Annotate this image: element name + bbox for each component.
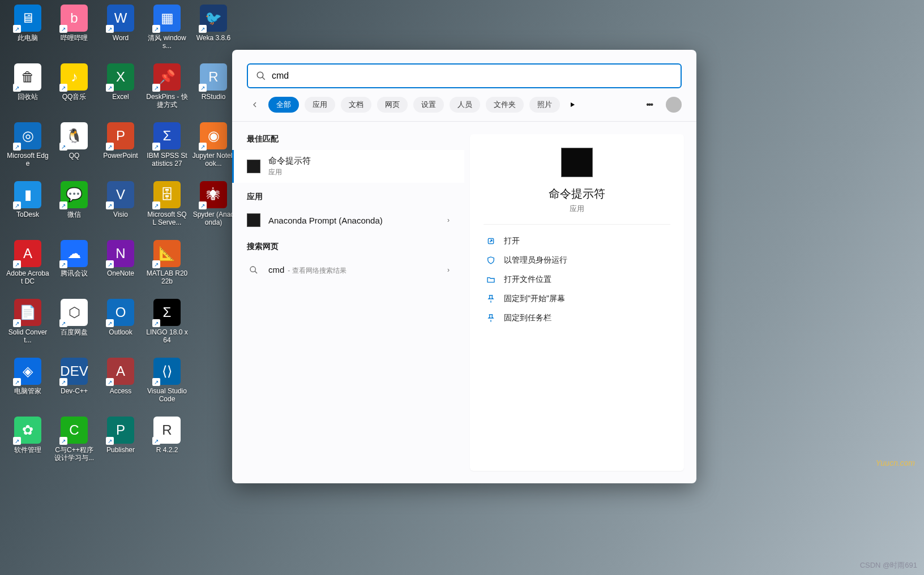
desktop-icon[interactable]: 🖥此电脑 xyxy=(5,5,51,61)
desktop-icon[interactable]: ▦清风 windows... xyxy=(144,5,190,61)
app-icon: Σ xyxy=(153,122,181,149)
action-folder[interactable]: 打开文件位置 xyxy=(484,270,670,289)
app-icon: b xyxy=(61,5,88,32)
desktop-icon[interactable]: ▮ToDesk xyxy=(5,181,51,238)
desktop-icon[interactable]: ⬡百度网盘 xyxy=(51,299,97,355)
action-label: 固定到任务栏 xyxy=(504,313,551,323)
action-open[interactable]: 打开 xyxy=(484,231,670,251)
desktop-icon[interactable]: ✿软件管理 xyxy=(5,417,51,473)
icon-label: OneNote xyxy=(99,269,142,277)
tab-文件夹[interactable]: 文件夹 xyxy=(486,97,524,113)
action-label: 打开文件位置 xyxy=(504,274,551,285)
app-icon: ⬡ xyxy=(61,299,88,326)
app-icon: ◉ xyxy=(200,122,227,149)
search-body: 最佳匹配 命令提示符 应用 应用 Anaconda Prompt (Anacon… xyxy=(232,122,696,483)
desktop-icon[interactable]: RR 4.2.2 xyxy=(144,417,190,473)
desktop-icon[interactable]: WWord xyxy=(97,5,144,61)
desktop-icon[interactable]: 🐧QQ xyxy=(51,122,97,179)
account-avatar[interactable] xyxy=(666,97,682,113)
app-icon: 📄 xyxy=(14,299,41,326)
app-icon: DEV xyxy=(61,358,88,385)
tab-网页[interactable]: 网页 xyxy=(377,97,408,113)
desktop-icon[interactable]: ΣLINGO 18.0 x64 xyxy=(144,299,190,355)
desktop-icon[interactable]: b哔哩哔哩 xyxy=(51,5,97,61)
options-button[interactable]: ••• xyxy=(643,96,656,113)
back-button[interactable] xyxy=(247,97,263,113)
desktop-icon[interactable]: 📐MATLAB R2022b xyxy=(144,240,190,297)
desktop-icon[interactable]: ◈电脑管家 xyxy=(5,358,51,414)
tab-人员[interactable]: 人员 xyxy=(450,97,480,113)
search-icon xyxy=(247,263,260,277)
icon-label: Spyder (Anaconda) xyxy=(192,211,235,226)
app-icon: V xyxy=(107,181,134,208)
icon-label: Jupyter Notebook... xyxy=(192,152,235,168)
icon-label: Word xyxy=(99,34,142,42)
desktop-icon[interactable]: 📄Solid Convert... xyxy=(5,299,51,355)
desktop-icon[interactable]: 📌DeskPins - 快捷方式 xyxy=(144,63,190,120)
icon-label: IBM SPSS Statistics 27 xyxy=(146,152,189,168)
result-app-anaconda[interactable]: Anaconda Prompt (Anaconda) › xyxy=(232,208,464,233)
tab-照片[interactable]: 照片 xyxy=(529,97,560,113)
desktop-icon[interactable]: VVisio xyxy=(97,181,144,238)
desktop-icon[interactable]: ☁腾讯会议 xyxy=(51,240,97,297)
app-icon: ♪ xyxy=(61,63,88,91)
icon-label: Excel xyxy=(99,93,142,101)
result-title: Anaconda Prompt (Anaconda) xyxy=(268,216,447,225)
desktop-icon[interactable]: RRStudio xyxy=(190,63,237,120)
preview-column: 命令提示符 应用 打开以管理员身份运行打开文件位置固定到"开始"屏幕固定到任务栏 xyxy=(464,122,696,483)
desktop-icon[interactable]: 🕷Spyder (Anaconda) xyxy=(190,181,237,238)
desktop-icon[interactable]: 🐦Weka 3.8.6 xyxy=(190,5,237,61)
desktop-icon[interactable]: ◎Microsoft Edge xyxy=(5,122,51,179)
search-bar[interactable] xyxy=(247,63,682,88)
tab-文档[interactable]: 文档 xyxy=(341,97,371,113)
icon-label: Microsoft Edge xyxy=(6,152,49,168)
action-pin[interactable]: 固定到任务栏 xyxy=(484,308,670,328)
app-icon: R xyxy=(200,63,227,91)
desktop-icon[interactable]: 🗄Microsoft SQL Serve... xyxy=(144,181,190,238)
desktop-icon[interactable]: CC与C++程序设计学习与... xyxy=(51,417,97,473)
search-panel: 全部应用文档网页设置人员文件夹照片 ••• 最佳匹配 命令提示符 应用 应用 A… xyxy=(232,50,696,483)
result-title: cmd- 查看网络搜索结果 xyxy=(268,265,447,276)
desktop-icon[interactable]: ◉Jupyter Notebook... xyxy=(190,122,237,179)
app-icon: R xyxy=(153,417,181,444)
desktop-icon[interactable]: ♪QQ音乐 xyxy=(51,63,97,120)
tab-设置[interactable]: 设置 xyxy=(413,97,444,113)
app-icon: Σ xyxy=(153,299,181,326)
desktop-icon[interactable]: 💬微信 xyxy=(51,181,97,238)
desktop-icon[interactable]: AAccess xyxy=(97,358,144,414)
app-icon: W xyxy=(107,5,134,32)
preview-title: 命令提示符 xyxy=(549,186,605,201)
section-best-match: 最佳匹配 xyxy=(232,132,464,150)
desktop-icon[interactable]: XExcel xyxy=(97,63,144,120)
desktop-icon[interactable]: 🗑回收站 xyxy=(5,63,51,120)
app-icon: C xyxy=(61,417,88,444)
desktop-icon[interactable]: NOneNote xyxy=(97,240,144,297)
desktop-icon[interactable]: ΣIBM SPSS Statistics 27 xyxy=(144,122,190,179)
app-icon: ◈ xyxy=(14,358,41,385)
result-best-match[interactable]: 命令提示符 应用 xyxy=(232,150,464,183)
action-shield[interactable]: 以管理员身份运行 xyxy=(484,251,670,270)
app-icon: 🐧 xyxy=(61,122,88,149)
desktop-icon[interactable]: OOutlook xyxy=(97,299,144,355)
result-web-search[interactable]: cmd- 查看网络搜索结果 › xyxy=(232,258,464,282)
app-icon: 🐦 xyxy=(200,5,227,32)
more-tabs[interactable] xyxy=(566,98,579,111)
desktop-icon[interactable]: DEVDev-C++ xyxy=(51,358,97,414)
desktop-icon[interactable]: AAdobe Acrobat DC xyxy=(5,240,51,297)
tab-应用[interactable]: 应用 xyxy=(305,97,335,113)
icon-label: C与C++程序设计学习与... xyxy=(53,446,96,462)
icon-label: LINGO 18.0 x64 xyxy=(146,328,189,344)
desktop-icon[interactable]: ⟨⟩Visual Studio Code xyxy=(144,358,190,414)
search-input[interactable] xyxy=(272,71,673,81)
app-icon: A xyxy=(14,240,41,267)
desktop-icon[interactable]: PPublisher xyxy=(97,417,144,473)
pin-icon xyxy=(486,294,496,304)
action-pin[interactable]: 固定到"开始"屏幕 xyxy=(484,289,670,308)
tab-全部[interactable]: 全部 xyxy=(268,97,299,113)
icon-label: Adobe Acrobat DC xyxy=(6,269,49,285)
icon-label: Publisher xyxy=(99,446,142,454)
icon-label: Weka 3.8.6 xyxy=(192,34,235,42)
desktop-icon[interactable]: PPowerPoint xyxy=(97,122,144,179)
action-label: 以管理员身份运行 xyxy=(504,255,567,265)
app-icon: ▦ xyxy=(153,5,181,32)
